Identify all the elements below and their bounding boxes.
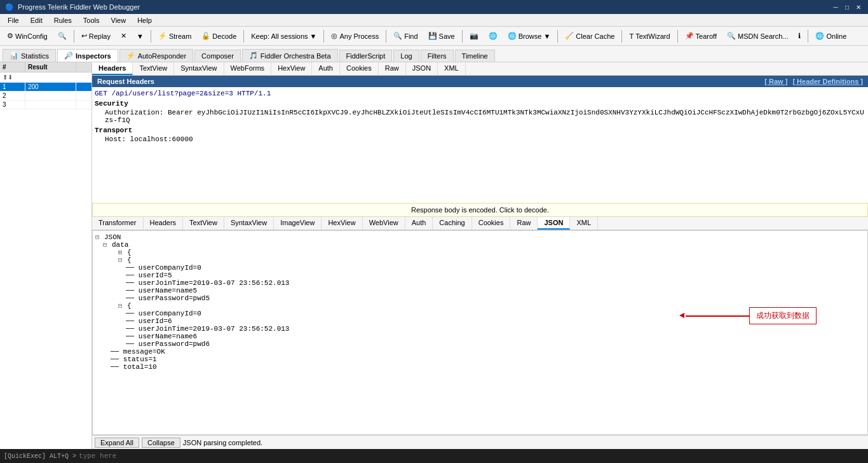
info-button[interactable]: ℹ <box>794 30 805 42</box>
tab-filters[interactable]: Filters <box>421 50 454 62</box>
winconfig-button[interactable]: ⚙ WinConfig <box>3 30 52 42</box>
separator-3 <box>243 30 244 43</box>
collapse-button[interactable]: Collapse <box>142 438 180 448</box>
session-rows: ⬆⬇ 1 200 2 3 <box>0 73 92 449</box>
tearoff-icon: 📌 <box>685 32 694 40</box>
request-header-bar: Request Headers [ Raw ] [ Header Definit… <box>92 76 868 87</box>
screenshot-icon: 📷 <box>470 32 478 40</box>
resp-tab-imageview[interactable]: ImageView <box>274 217 322 230</box>
header-definitions-link[interactable]: [ Header Definitions ] <box>792 78 863 85</box>
session-row-1[interactable]: 1 200 <box>0 83 92 92</box>
col-header-result: Result <box>25 62 76 72</box>
req-tab-xml[interactable]: XML <box>438 62 466 75</box>
resp-tab-raw[interactable]: Raw <box>510 217 538 230</box>
maximize-button[interactable]: □ <box>843 3 851 11</box>
session-row-2[interactable]: 2 <box>0 92 92 100</box>
resp-tab-syntaxview[interactable]: SyntaxView <box>224 217 274 230</box>
tab-statistics[interactable]: 📊 Statistics <box>3 49 56 62</box>
req-tab-hexview[interactable]: HexView <box>271 62 312 75</box>
keep-sessions-button[interactable]: Keep: All sessions ▼ <box>247 31 321 42</box>
menu-rules[interactable]: Rules <box>49 15 77 25</box>
minimize-button[interactable]: ─ <box>831 3 840 11</box>
decode-icon: 🔓 <box>201 32 210 40</box>
tab-log[interactable]: Log <box>393 50 419 62</box>
stream-button[interactable]: ⚡ Stream <box>154 30 196 42</box>
raw-link[interactable]: [ Raw ] <box>764 78 787 85</box>
security-header: Security <box>95 100 865 107</box>
menu-edit[interactable]: Edit <box>25 15 48 25</box>
resp-tab-xml[interactable]: XML <box>570 217 598 230</box>
field-userid-5: ── userId=5 <box>126 272 865 279</box>
data-label: data <box>112 241 128 249</box>
quickexec-bar: [QuickExec] ALT+Q > <box>0 449 868 463</box>
req-tab-auth[interactable]: Auth <box>312 62 340 75</box>
resp-tab-hexview[interactable]: HexView <box>322 217 362 230</box>
resp-tab-headers[interactable]: Headers <box>144 217 184 230</box>
quickexec-input[interactable] <box>79 452 864 460</box>
textwizard-button[interactable]: T TextWizard <box>625 31 674 42</box>
resp-tab-caching[interactable]: Caching <box>433 217 471 230</box>
resp-tab-json[interactable]: JSON <box>538 217 570 230</box>
tab-autoresponder[interactable]: ⚡ AutoResponder <box>119 49 193 62</box>
clear-cache-button[interactable]: 🧹 Clear Cache <box>560 30 619 42</box>
field-userpassword-5: ── userPassword=pwd5 <box>126 294 865 302</box>
globe-button[interactable]: 🌐 <box>484 30 502 42</box>
resp-tab-transformer[interactable]: Transformer <box>92 217 144 230</box>
col-header-num: # <box>0 62 25 72</box>
arrow-head-icon: ◄ <box>679 310 684 321</box>
textwizard-icon: T <box>629 32 634 40</box>
menu-file[interactable]: File <box>3 15 24 25</box>
resp-tab-cookies[interactable]: Cookies <box>472 217 511 230</box>
root-label: JSON <box>104 233 121 241</box>
msdn-search-button[interactable]: 🔍 MSDN Search... <box>722 30 792 42</box>
find-button[interactable]: 🔍 Find <box>389 30 422 42</box>
save-icon: 💾 <box>428 32 437 40</box>
req-tab-headers[interactable]: Headers <box>92 62 133 75</box>
separator-7 <box>557 30 558 43</box>
session-row-3[interactable]: 3 <box>0 100 92 109</box>
menu-help[interactable]: Help <box>132 15 157 25</box>
separator-6 <box>462 30 463 43</box>
req-tab-webforms[interactable]: WebForms <box>224 62 272 75</box>
tab-fiddlerscript[interactable]: FiddlerScript <box>339 50 393 62</box>
browse-button[interactable]: 🌐 Browse ▼ <box>503 30 555 42</box>
screenshot-button[interactable]: 📷 <box>465 30 483 42</box>
annotation-text: 成功获取到数据 <box>756 311 810 320</box>
req-tab-textview[interactable]: TextView <box>133 62 174 75</box>
menu-view[interactable]: View <box>106 15 132 25</box>
replay-button[interactable]: ↩ Replay <box>77 30 115 42</box>
resp-tab-textview[interactable]: TextView <box>183 217 224 230</box>
replay-close-button[interactable]: ✕ <box>116 30 131 42</box>
close-button[interactable]: ✕ <box>854 3 863 11</box>
session-result-2 <box>25 92 76 100</box>
globe-icon: 🌐 <box>489 32 498 40</box>
tree-item2-row[interactable]: ⊟ { <box>111 256 865 264</box>
replay-dropdown-button[interactable]: ▼ <box>132 31 148 42</box>
tree-item1-row[interactable]: ⊞ { <box>111 249 865 256</box>
req-tab-cookies[interactable]: Cookies <box>340 62 379 75</box>
req-tab-json[interactable]: JSON <box>406 62 438 75</box>
resp-tab-webview[interactable]: WebView <box>363 217 405 230</box>
tab-timeline[interactable]: Timeline <box>455 50 495 62</box>
tree-data-row[interactable]: ⊟ data <box>103 241 865 249</box>
menu-tools[interactable]: Tools <box>78 15 105 25</box>
root-toggle: ⊟ <box>95 233 104 241</box>
tab-fiddler-orchestra[interactable]: 🎵 Fiddler Orchestra Beta <box>242 49 338 62</box>
separator-2 <box>151 30 151 43</box>
req-tab-syntaxview[interactable]: SyntaxView <box>174 62 224 75</box>
session-result-1: 200 <box>25 83 76 91</box>
req-tab-raw[interactable]: Raw <box>379 62 406 75</box>
save-button[interactable]: 💾 Save <box>424 30 459 42</box>
expand-all-button[interactable]: Expand All <box>95 438 139 448</box>
tearoff-button[interactable]: 📌 Tearoff <box>681 30 721 42</box>
tab-inspectors[interactable]: 🔎 Inspectors <box>57 49 118 62</box>
decode-button[interactable]: 🔓 Decode <box>197 30 241 42</box>
tree-root-row[interactable]: ⊟ JSON <box>95 233 865 241</box>
search-button[interactable]: 🔍 <box>53 30 71 42</box>
online-button[interactable]: 🌐 Online <box>811 30 851 42</box>
info-icon: ℹ <box>798 32 801 40</box>
encoded-bar[interactable]: Response body is encoded. Click to decod… <box>92 203 868 217</box>
resp-tab-auth[interactable]: Auth <box>405 217 433 230</box>
any-process-button[interactable]: ◎ Any Process <box>327 30 383 42</box>
tab-composer[interactable]: Composer <box>194 50 241 62</box>
